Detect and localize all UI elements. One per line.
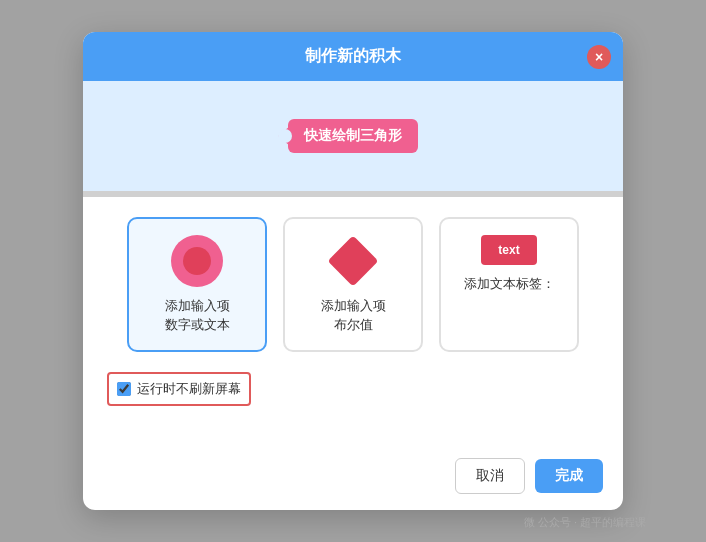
- scratch-block-notch-shape: [278, 129, 292, 143]
- number-text-icon: [171, 235, 223, 287]
- modal-body: 添加输入项 数字或文本 添加输入项 布尔值: [83, 197, 623, 457]
- modal-overlay: 制作新的积木 × 快速绘制三角形 添加输入项: [0, 0, 706, 542]
- circle-inner: [183, 247, 211, 275]
- close-button[interactable]: ×: [587, 45, 611, 69]
- scratch-block: 快速绘制三角形: [288, 119, 418, 153]
- cancel-button[interactable]: 取消: [455, 458, 525, 494]
- modal-header: 制作新的积木 ×: [83, 32, 623, 81]
- no-refresh-label[interactable]: 运行时不刷新屏幕: [137, 380, 241, 398]
- checkbox-container: 运行时不刷新屏幕: [103, 372, 603, 422]
- modal-dialog: 制作新的积木 × 快速绘制三角形 添加输入项: [83, 32, 623, 509]
- diamond-shape: [328, 236, 379, 287]
- option-cards-container: 添加输入项 数字或文本 添加输入项 布尔值: [103, 217, 603, 351]
- confirm-button[interactable]: 完成: [535, 459, 603, 493]
- boolean-icon: [327, 235, 379, 287]
- block-preview-area: 快速绘制三角形: [83, 81, 623, 191]
- option-card-number-text[interactable]: 添加输入项 数字或文本: [127, 217, 267, 351]
- no-refresh-checkbox[interactable]: [117, 382, 131, 396]
- option-card-boolean[interactable]: 添加输入项 布尔值: [283, 217, 423, 351]
- option-label-number-text: 添加输入项 数字或文本: [165, 297, 230, 333]
- block-label: 快速绘制三角形: [304, 127, 402, 145]
- watermark: 微 公众号 · 超平的编程课: [524, 515, 646, 530]
- text-label-icon: text: [481, 235, 537, 265]
- option-label-text: 添加文本标签：: [464, 275, 555, 293]
- modal-title: 制作新的积木: [305, 47, 401, 64]
- option-card-text-label[interactable]: text 添加文本标签：: [439, 217, 579, 351]
- option-label-boolean: 添加输入项 布尔值: [321, 297, 386, 333]
- no-refresh-checkbox-row[interactable]: 运行时不刷新屏幕: [107, 372, 251, 406]
- modal-footer: 取消 完成: [83, 458, 623, 510]
